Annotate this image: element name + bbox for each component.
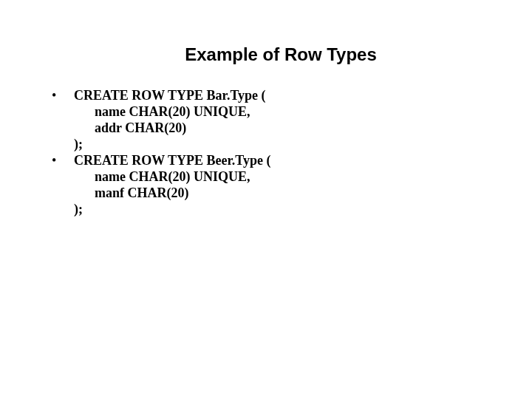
- list-item: • CREATE ROW TYPE Bar.Type ( name CHAR(2…: [52, 87, 495, 152]
- code-line: name CHAR(20) UNIQUE,: [74, 103, 266, 120]
- code-line: manf CHAR(20): [74, 185, 271, 201]
- code-line: CREATE ROW TYPE Bar.Type (: [74, 87, 266, 103]
- bullet-icon: •: [52, 152, 74, 168]
- code-line: name CHAR(20) UNIQUE,: [74, 168, 271, 185]
- content-area: • CREATE ROW TYPE Bar.Type ( name CHAR(2…: [37, 87, 495, 217]
- bullet-icon: •: [52, 87, 74, 103]
- code-line: );: [74, 201, 271, 217]
- code-block: CREATE ROW TYPE Beer.Type ( name CHAR(20…: [74, 152, 271, 217]
- slide: Example of Row Types • CREATE ROW TYPE B…: [0, 0, 532, 217]
- list-item: • CREATE ROW TYPE Beer.Type ( name CHAR(…: [52, 152, 495, 217]
- code-line: );: [74, 136, 266, 152]
- slide-title: Example of Row Types: [66, 44, 495, 65]
- code-line: addr CHAR(20): [74, 120, 266, 136]
- code-line: CREATE ROW TYPE Beer.Type (: [74, 152, 271, 168]
- code-block: CREATE ROW TYPE Bar.Type ( name CHAR(20)…: [74, 87, 266, 152]
